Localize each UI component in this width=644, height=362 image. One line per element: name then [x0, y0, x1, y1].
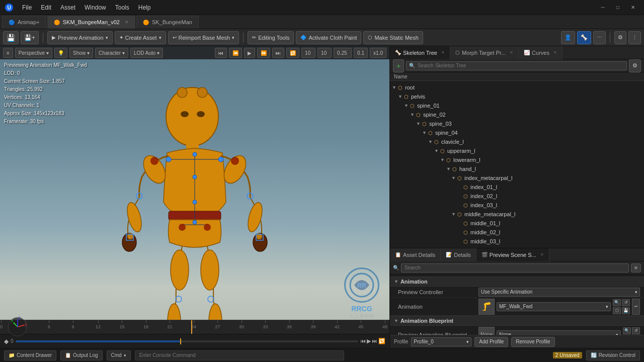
revision-control-button[interactable]: 🔄 Revision Control [586, 350, 640, 360]
output-log-button[interactable]: 📋 Output Log [60, 350, 102, 360]
preview-scene-tab-close[interactable]: ✕ [540, 252, 544, 257]
tab-close-icon[interactable]: ✕ [125, 20, 129, 25]
anim-save-btn[interactable]: 💾 [622, 307, 630, 314]
viewport[interactable]: ≡ Perspective ▾ 💡 Show ▾ Character ▾ LOD… [0, 46, 389, 348]
anim-browse-btn[interactable]: 🔍 [613, 299, 621, 306]
make-static-button[interactable]: ⬡ Make Static Mesh [363, 31, 423, 44]
preview-animation-button[interactable]: ▶ Preview Animation ▾ [47, 31, 113, 44]
bone-middle01[interactable]: ▶ ⬡ middle_01_l [390, 219, 644, 228]
preview-controller-dropdown[interactable]: Use Specific Animation ▾ [478, 288, 640, 297]
animation-section-label: Animation [400, 279, 428, 285]
animation-name-field[interactable]: MF_Walk_Fwd ▾ [497, 302, 611, 311]
morph-target-tab[interactable]: ⬡ Morph Target Pr... ✕ [450, 46, 519, 59]
anim-extra-btn[interactable]: ↩ [632, 299, 640, 315]
play-fwd-btn[interactable]: ⏭ [272, 48, 284, 58]
extra-icon-button-1[interactable]: ⚙ [614, 31, 626, 44]
bone-middle03[interactable]: ▶ ⬡ middle_03_l [390, 237, 644, 246]
bone-spine01[interactable]: ▼ ⬡ spine_01 [390, 101, 644, 110]
anim-bp-dropdown[interactable]: None ▾ [497, 330, 621, 335]
bone-root[interactable]: ▼ ⬡ root [390, 83, 644, 92]
remove-profile-button[interactable]: Remove Profile [511, 337, 554, 347]
play-pause-btn[interactable]: ▶ [367, 338, 371, 344]
anim-open-btn[interactable]: ⬡ [613, 307, 621, 314]
details-search-input[interactable] [401, 263, 629, 273]
menu-tools[interactable]: Tools [111, 3, 133, 12]
play-back-btn[interactable]: ⏮ [215, 48, 227, 58]
save-all-button[interactable]: 💾+ [21, 31, 39, 44]
animation-section-header[interactable]: ▼ Animation [390, 277, 644, 287]
morph-tab-close[interactable]: ✕ [510, 50, 513, 55]
prev-anim-btn[interactable]: ⏮ [360, 338, 366, 344]
close-button[interactable]: ✕ [626, 3, 640, 13]
menu-file[interactable]: File [18, 3, 36, 12]
bone-index-metacarpal[interactable]: ▼ ⬡ index_metacarpal_l [390, 173, 644, 183]
preview-scene-tab[interactable]: 🎬 Preview Scene S... ✕ [476, 248, 549, 261]
maximize-button[interactable]: □ [611, 3, 625, 13]
bone-middle-metacarpal[interactable]: ▼ ⬡ middle_metacarpal_l [390, 210, 644, 219]
menu-asset[interactable]: Asset [56, 3, 79, 12]
skeleton-settings-button[interactable]: ⚙ [629, 59, 641, 72]
cmd-dropdown[interactable]: Cmd ▾ [107, 350, 131, 360]
anim-bp-section-header[interactable]: ▼ Animation Blueprint [390, 316, 644, 326]
tab-skm-bungee[interactable]: 🟠 SKM_BungeeMan_v02 ✕ [47, 16, 135, 29]
asset-details-tab[interactable]: 📋 Asset Details [390, 248, 441, 261]
bone-spine02[interactable]: ▼ ⬡ spine_02 [390, 110, 644, 119]
menu-help[interactable]: Help [134, 3, 155, 12]
minimize-button[interactable]: ─ [596, 3, 610, 13]
curves-tab[interactable]: 📈 Curves ✕ [519, 46, 562, 59]
settings-icon-button[interactable]: ⋯ [593, 31, 606, 44]
menu-edit[interactable]: Edit [37, 3, 55, 12]
curves-tab-close[interactable]: ✕ [553, 50, 557, 55]
speed-button[interactable]: x1.0 [370, 48, 386, 58]
add-profile-button[interactable]: Add Profile [474, 337, 508, 347]
bone-upperarm-l[interactable]: ▼ ⬡ upperarm_l [390, 146, 644, 155]
skeleton-tab-close[interactable]: ✕ [441, 50, 445, 55]
bone-index01[interactable]: ▶ ⬡ index_01_l [390, 183, 644, 192]
bone-index02[interactable]: ▶ ⬡ index_02_l [390, 192, 644, 201]
loop-btn[interactable]: 🔁 [286, 48, 299, 58]
tree-arrow-index02: ▶ [457, 194, 463, 199]
skeleton-icon-button[interactable]: 👤 [561, 31, 575, 44]
bone-index03[interactable]: ▶ ⬡ index_03_l [390, 201, 644, 210]
bone-lowerarm-l[interactable]: ▼ ⬡ lowerarm_l [390, 155, 644, 164]
create-asset-button[interactable]: ✦ Create Asset ▾ [115, 31, 166, 44]
content-drawer-button[interactable]: 📁 Content Drawer [4, 350, 56, 360]
bone-clavicle-l[interactable]: ▼ ⬡ clavicle_l [390, 137, 644, 146]
details-tab[interactable]: 📝 Details [441, 248, 476, 261]
menu-window[interactable]: Window [80, 3, 110, 12]
editing-tools-button[interactable]: ✏ Editing Tools [248, 31, 294, 44]
next-anim-btn[interactable]: ⏭ [372, 338, 377, 344]
tab-sk-bungee[interactable]: 🟠 SK_BungeeMan [136, 16, 199, 29]
play-btn[interactable]: ▶ [244, 48, 255, 58]
anim-reset-btn[interactable]: ↺ [622, 299, 630, 306]
animation-thumbnail: 🦵 [478, 299, 495, 315]
skeleton-search-input[interactable] [406, 61, 627, 70]
console-input[interactable] [135, 350, 345, 360]
bone-spine04[interactable]: ▼ ⬡ spine_04 [390, 128, 644, 137]
save-button[interactable]: 💾 [3, 31, 19, 44]
show-button[interactable]: Show ▾ [69, 48, 93, 58]
reimport-button[interactable]: ↩ Reimport Base Mesh ▾ [168, 31, 239, 44]
character-button[interactable]: Character ▾ [95, 48, 128, 58]
viewport-lighting-button[interactable]: 💡 [54, 48, 67, 58]
bp-reset-btn[interactable]: ↺ [632, 327, 640, 334]
lod-button[interactable]: LOD Auto ▾ [130, 48, 163, 58]
bone-pelvis[interactable]: ▼ ⬡ pelvis [390, 92, 644, 101]
prev-frame-btn[interactable]: ⏪ [229, 48, 242, 58]
next-frame-btn[interactable]: ⏩ [257, 48, 270, 58]
viewport-type-button[interactable]: Perspective ▾ [15, 48, 52, 58]
activate-cloth-button[interactable]: 🔷 Activate Cloth Paint [296, 31, 361, 44]
viewport-options-button[interactable]: ≡ [3, 48, 13, 58]
profile-dropdown[interactable]: Profile_0 ▾ [411, 337, 471, 346]
loop-toggle-btn[interactable]: 🔁 [378, 338, 385, 344]
add-bone-button[interactable]: + [393, 59, 404, 72]
mesh-icon-button[interactable]: 🦴 [577, 31, 591, 44]
tab-animap[interactable]: 🔵 Animap+ [2, 16, 46, 29]
skeleton-tree-tab[interactable]: 🦴 Skeleton Tree ✕ [390, 46, 450, 59]
extra-icon-button-2[interactable]: ⋮ [628, 31, 641, 44]
bp-browse-btn[interactable]: 🔍 [623, 327, 631, 334]
bone-middle02[interactable]: ▶ ⬡ middle_02_l [390, 228, 644, 237]
details-filter-button[interactable]: ≡ [631, 263, 641, 273]
bone-hand-l[interactable]: ▼ ⬡ hand_l [390, 164, 644, 173]
bone-spine03[interactable]: ▼ ⬡ spine_03 [390, 119, 644, 128]
